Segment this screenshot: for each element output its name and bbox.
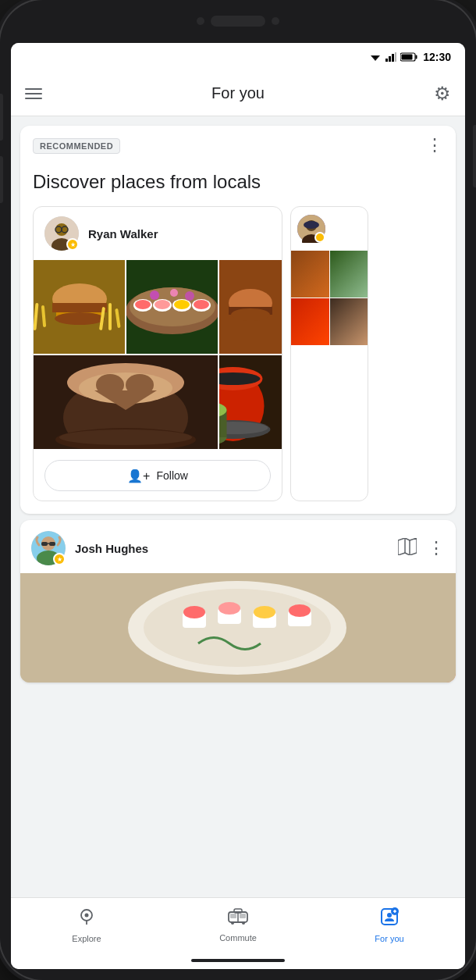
- section-title: Discover places from locals: [33, 169, 443, 194]
- recommended-section: RECOMMENDED ⋮ Discover places from local…: [20, 126, 456, 514]
- follow-button[interactable]: 👤+ Follow: [44, 460, 271, 491]
- side-photo-2: [330, 251, 368, 298]
- star-icon-2: ★: [57, 556, 62, 563]
- svg-rect-4: [392, 54, 394, 62]
- side-photo-4: [330, 298, 368, 345]
- battery-icon: [400, 52, 417, 62]
- follow-icon: 👤+: [127, 469, 150, 483]
- side-photo-3: [291, 298, 329, 345]
- svg-point-30: [135, 300, 151, 309]
- wifi-icon: [369, 52, 382, 62]
- header-actions-2: ⋮: [398, 538, 445, 559]
- commute-label: Commute: [219, 933, 257, 943]
- scroll-content: RECOMMENDED ⋮ Discover places from local…: [11, 116, 465, 897]
- avatar-wrap-1: ★: [44, 216, 79, 251]
- svg-rect-24: [108, 303, 112, 330]
- menu-button[interactable]: [25, 88, 42, 99]
- phone-screen: 12:30 For you ⚙ RECOMMENDED ⋮ Discover p…: [11, 43, 465, 969]
- svg-rect-5: [395, 52, 396, 62]
- svg-point-81: [144, 589, 331, 667]
- photo-sushi: [126, 260, 218, 354]
- phone-frame: 12:30 For you ⚙ RECOMMENDED ⋮ Discover p…: [0, 0, 476, 980]
- svg-rect-17: [52, 303, 107, 312]
- photo-grid-1: [34, 260, 282, 451]
- foryou-icon: [380, 907, 399, 931]
- local-guide-card-1[interactable]: ★ Ryan Walker: [33, 206, 282, 501]
- svg-point-96: [231, 921, 234, 925]
- app-bar: For you ⚙: [11, 71, 465, 116]
- foryou-label: For you: [375, 934, 403, 943]
- star-icon: ★: [70, 241, 76, 248]
- svg-point-19: [55, 312, 105, 325]
- photo-burger: [34, 260, 125, 354]
- svg-marker-76: [398, 538, 417, 555]
- svg-point-101: [387, 913, 392, 918]
- food-strip: [20, 573, 456, 682]
- svg-point-61: [59, 429, 192, 445]
- photo-latte: [34, 355, 218, 449]
- user-section-2: ★ Josh Hughes ⋮: [20, 520, 456, 682]
- photo-burger2: [219, 260, 282, 354]
- time-display: 12:30: [423, 51, 451, 63]
- nav-foryou[interactable]: For you: [314, 907, 465, 943]
- svg-point-37: [150, 290, 159, 300]
- status-icons: 12:30: [369, 51, 451, 63]
- svg-rect-95: [240, 914, 246, 918]
- svg-rect-74: [49, 542, 55, 546]
- recommended-badge: RECOMMENDED: [33, 138, 120, 154]
- svg-point-89: [289, 604, 311, 617]
- follow-btn-wrap: 👤+ Follow: [34, 451, 282, 501]
- avatar-wrap-2: ★: [31, 531, 66, 565]
- nav-explore[interactable]: Explore: [11, 907, 162, 943]
- svg-point-36: [194, 300, 209, 309]
- guide-name-2: Josh Hughes: [75, 542, 389, 555]
- cards-scroll[interactable]: ★ Ryan Walker: [33, 206, 443, 501]
- user-section-header-2: ★ Josh Hughes ⋮: [20, 520, 456, 573]
- more-options-button-2[interactable]: ⋮: [428, 538, 445, 558]
- home-indicator: [11, 952, 465, 969]
- bottom-nav: Explore Commute: [11, 897, 465, 952]
- side-photo-grid: [291, 251, 368, 345]
- settings-button[interactable]: ⚙: [434, 83, 451, 105]
- avatar-badge-2: ★: [53, 553, 66, 565]
- svg-rect-8: [402, 55, 413, 60]
- svg-point-43: [231, 308, 270, 321]
- svg-point-39: [185, 291, 194, 301]
- local-guide-card-2-partial[interactable]: [290, 206, 368, 501]
- svg-rect-7: [416, 55, 417, 59]
- svg-point-97: [242, 921, 245, 925]
- svg-rect-2: [385, 59, 388, 62]
- svg-point-87: [254, 606, 275, 618]
- map-button[interactable]: [398, 538, 417, 559]
- svg-rect-3: [389, 56, 391, 62]
- photo-red-cup: [219, 355, 282, 449]
- guide-name-1: Ryan Walker: [88, 227, 158, 241]
- explore-icon: [77, 907, 96, 931]
- card-header-1: ★ Ryan Walker: [34, 207, 282, 260]
- svg-point-38: [170, 289, 178, 297]
- nav-commute[interactable]: Commute: [162, 908, 314, 943]
- svg-point-85: [218, 602, 240, 615]
- svg-point-32: [155, 300, 170, 309]
- side-card-header: [291, 207, 368, 251]
- svg-rect-73: [41, 542, 48, 546]
- home-bar: [191, 959, 285, 962]
- svg-point-91: [85, 913, 89, 917]
- app-bar-title: For you: [211, 84, 265, 102]
- svg-rect-94: [230, 914, 236, 918]
- commute-icon: [228, 908, 248, 930]
- section-more-button[interactable]: ⋮: [426, 135, 443, 155]
- svg-point-34: [174, 300, 190, 309]
- signal-icon: [385, 52, 396, 62]
- side-photo-1: [291, 251, 329, 298]
- svg-rect-69: [304, 221, 319, 229]
- explore-label: Explore: [72, 934, 101, 943]
- side-avatar: [297, 215, 325, 243]
- avatar-badge-1: ★: [66, 238, 79, 251]
- follow-label: Follow: [156, 469, 187, 482]
- svg-point-83: [183, 606, 205, 618]
- status-bar: 12:30: [11, 43, 465, 71]
